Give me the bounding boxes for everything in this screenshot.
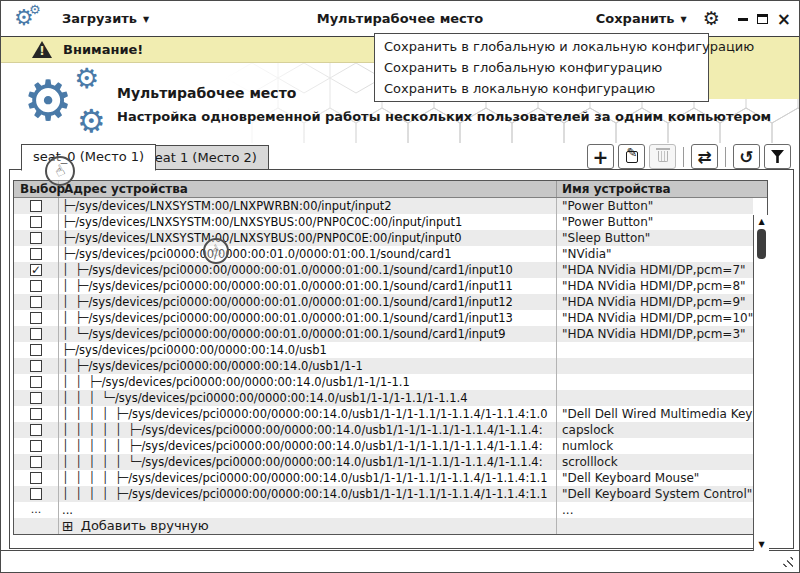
- table-row[interactable]: │ ├─/sys/devices/pci0000:00/0000:00:01.0…: [14, 278, 753, 294]
- hero-gears-icon: ⚙⚙⚙: [17, 67, 117, 143]
- row-checkbox[interactable]: ✓: [30, 264, 42, 276]
- row-device-name: "Sleep Button": [557, 230, 753, 246]
- table-row[interactable]: │ └─/sys/devices/pci0000:00/0000:00:01.0…: [14, 326, 753, 342]
- scroll-up-icon[interactable]: ▲: [754, 217, 769, 226]
- row-path: /sys/devices/pci0000:00/0000:00:14.0/usb…: [141, 422, 542, 438]
- save-button[interactable]: Сохранить ▼: [590, 7, 693, 30]
- row-select-cell: [14, 198, 59, 214]
- row-device-name: "Power Button": [557, 214, 753, 230]
- minimize-button[interactable]: [738, 18, 748, 21]
- table-row[interactable]: │ ├─/sys/devices/pci0000:00/0000:00:01.0…: [14, 294, 753, 310]
- row-select-cell: [14, 278, 59, 294]
- table-row[interactable]: ├─/sys/devices/LNXSYSTM:00/LNXSYBUS:00/P…: [14, 230, 753, 246]
- row-checkbox[interactable]: [30, 216, 42, 228]
- row-checkbox[interactable]: [30, 360, 42, 372]
- table-rows: ├─/sys/devices/LNXSYSTM:00/LNXPWRBN:00/i…: [14, 198, 753, 518]
- filter-button[interactable]: [764, 144, 791, 169]
- table-row[interactable]: ✓ │ ├─/sys/devices/pci0000:00/0000:00:01…: [14, 262, 753, 278]
- row-checkbox[interactable]: [30, 392, 42, 404]
- swap-device-button[interactable]: ⇄: [691, 144, 718, 169]
- hand-cursor-icon: ☝: [45, 156, 75, 186]
- row-path: /sys/devices/pci0000:00/0000:00:01.0/000…: [89, 278, 513, 294]
- table-row[interactable]: │ │ │ │ │ └─/sys/devices/pci0000:00/0000…: [14, 454, 753, 470]
- table-row[interactable]: ├─/sys/devices/LNXSYSTM:00/LNXSYBUS:00/P…: [14, 214, 753, 230]
- table-row[interactable]: │ │ │ │ │ ├─/sys/devices/pci0000:00/0000…: [14, 422, 753, 438]
- row-checkbox[interactable]: [30, 440, 42, 452]
- menu-item-save-global[interactable]: Сохранить в глобальную конфигурацию: [375, 57, 708, 78]
- status-bar: [1, 550, 799, 572]
- add-manual-row[interactable]: ⊞ Добавить вручную: [14, 518, 753, 534]
- toolbar-separator: [683, 147, 684, 167]
- row-checkbox[interactable]: [30, 232, 42, 244]
- chevron-down-icon: ▼: [143, 15, 149, 24]
- row-checkbox[interactable]: [30, 472, 42, 484]
- row-tree-lines: │ │ │ │ │ ├─: [62, 438, 141, 454]
- row-path: /sys/devices/pci0000:00/0000:00:01.0/000…: [89, 262, 513, 278]
- row-checkbox[interactable]: [30, 296, 42, 308]
- edit-pencil-icon: [626, 151, 638, 163]
- scroll-down-icon[interactable]: ▼: [754, 540, 769, 549]
- row-checkbox[interactable]: [30, 312, 42, 324]
- close-button[interactable]: ×: [777, 12, 791, 26]
- row-checkbox[interactable]: [30, 408, 42, 420]
- row-checkbox[interactable]: [30, 488, 42, 500]
- table-row[interactable]: ├─/sys/devices/LNXSYSTM:00/LNXPWRBN:00/i…: [14, 198, 753, 214]
- row-checkbox[interactable]: [30, 200, 42, 212]
- row-tree-lines: ├─: [62, 342, 75, 358]
- col-header-address: Адрес устройства: [59, 181, 557, 197]
- row-device-name: "Dell Dell Wired Multimedia Keyboar: [557, 406, 753, 422]
- row-device-name: "HDA NVidia HDMI/DP,pcm=10": [557, 310, 753, 326]
- tab-seat0[interactable]: seat_0 (Место 1): [21, 144, 156, 171]
- edit-device-button[interactable]: [618, 144, 645, 169]
- row-tree-lines: ├─: [62, 246, 75, 262]
- row-checkbox[interactable]: [30, 424, 42, 436]
- row-path: /sys/devices/LNXSYSTM:00/LNXSYBUS:00/PNP…: [75, 230, 461, 246]
- table-row[interactable]: │ │ │ │ ├─/sys/devices/pci0000:00/0000:0…: [14, 486, 753, 502]
- row-checkbox[interactable]: [30, 248, 42, 260]
- row-select-cell: [14, 310, 59, 326]
- row-select-cell: ✓: [14, 262, 59, 278]
- table-row[interactable]: │ │ │ └─/sys/devices/pci0000:00/0000:00:…: [14, 390, 753, 406]
- row-checkbox[interactable]: [30, 456, 42, 468]
- table-row[interactable]: │ │ │ │ ├─/sys/devices/pci0000:00/0000:0…: [14, 470, 753, 486]
- row-checkbox[interactable]: [30, 376, 42, 388]
- row-tree-lines: ├─: [62, 214, 75, 230]
- resize-grip[interactable]: [780, 555, 793, 567]
- row-path: /sys/devices/pci0000:00/0000:00:14.0/usb…: [75, 342, 327, 358]
- row-device-name: numlock: [557, 438, 753, 454]
- table-row[interactable]: │ │ │ │ │ ├─/sys/devices/pci0000:00/0000…: [14, 438, 753, 454]
- settings-gear-icon[interactable]: ⚙: [697, 9, 726, 28]
- row-path: /sys/devices/pci0000:00/0000:00:14.0/usb…: [115, 390, 468, 406]
- table-row[interactable]: ├─/sys/devices/pci0000:00/0000:00:14.0/u…: [14, 342, 753, 358]
- row-path: /sys/devices/pci0000:00/0000:00:01.0/000…: [75, 246, 451, 262]
- row-select-cell: [14, 470, 59, 486]
- warning-icon: [31, 41, 53, 59]
- menu-item-save-local[interactable]: Сохранить в локальную конфигурацию: [375, 78, 708, 99]
- toolbar-separator: [725, 147, 726, 167]
- table-row[interactable]: │ │ │ │ ├─/sys/devices/pci0000:00/0000:0…: [14, 406, 753, 422]
- row-path: ...: [62, 502, 73, 518]
- row-tree-lines: │ │ │ │ ├─: [62, 470, 128, 486]
- table-row[interactable]: │ │ ├─/sys/devices/pci0000:00/0000:00:14…: [14, 374, 753, 390]
- maximize-button[interactable]: [757, 14, 768, 24]
- vertical-scrollbar[interactable]: ▲ ▼: [753, 215, 769, 551]
- add-device-button[interactable]: +: [587, 144, 614, 169]
- tab-bar: seat_0 (Место 1) seat 1 (Место 2) + ⇄ ↺: [1, 143, 799, 170]
- row-checkbox[interactable]: [30, 280, 42, 292]
- undo-button[interactable]: ↺: [733, 144, 760, 169]
- load-button[interactable]: Загрузить ▼: [56, 7, 155, 30]
- row-select-cell: [14, 374, 59, 390]
- row-select-cell: [14, 342, 59, 358]
- menu-item-save-global-and-local[interactable]: Сохранить в глобальную и локальную конфи…: [375, 36, 708, 57]
- row-checkbox[interactable]: [30, 328, 42, 340]
- table-row[interactable]: ... ... ...: [14, 502, 753, 518]
- scrollbar-thumb[interactable]: [757, 229, 766, 259]
- delete-device-button[interactable]: [649, 144, 676, 169]
- table-row[interactable]: ├─/sys/devices/pci0000:00/0000:00:01.0/0…: [14, 246, 753, 262]
- app-gears-icon: ⚙⚙: [14, 6, 48, 32]
- table-row[interactable]: │ ├─/sys/devices/pci0000:00/0000:00:14.0…: [14, 358, 753, 374]
- row-checkbox[interactable]: [30, 344, 42, 356]
- row-path: /sys/devices/pci0000:00/0000:00:14.0/usb…: [102, 374, 410, 390]
- row-device-name: "HDA NVidia HDMI/DP,pcm=3": [557, 326, 753, 342]
- table-row[interactable]: │ ├─/sys/devices/pci0000:00/0000:00:01.0…: [14, 310, 753, 326]
